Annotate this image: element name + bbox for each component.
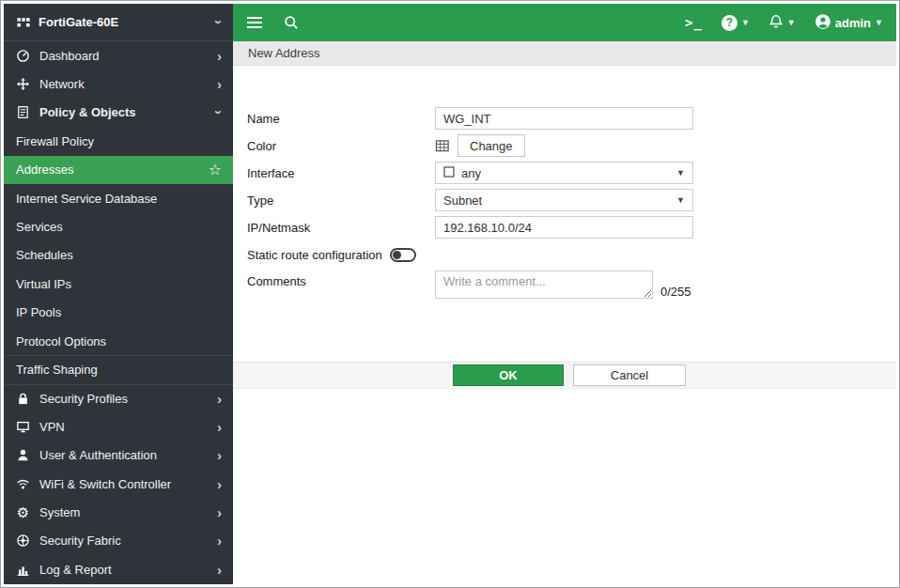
device-selector[interactable]: FortiGate-60E › — [4, 4, 233, 41]
menu-hamburger-icon[interactable] — [246, 16, 263, 29]
ip-netmask-label: IP/Netmask — [247, 221, 435, 235]
sidebar-item-label: System — [39, 505, 80, 519]
color-label: Color — [247, 139, 435, 153]
gauge-icon — [15, 49, 31, 63]
chevron-down-icon: ▼ — [741, 19, 750, 27]
interface-any-icon — [443, 166, 455, 180]
chevron-right-icon: › — [217, 477, 222, 491]
main-content: New Address Name Color Change Interface — [233, 41, 896, 584]
sidebar-item-log-report[interactable]: Log & Report › — [4, 555, 233, 583]
sidebar-item-addresses[interactable]: Addresses ☆ — [4, 156, 233, 184]
new-address-form: Name Color Change Interface — [233, 66, 896, 303]
sidebar-item-services[interactable]: Services — [4, 212, 233, 240]
sidebar-item-system[interactable]: ⚙ System › — [4, 498, 233, 526]
user-icon — [15, 448, 31, 462]
help-menu[interactable]: ? ▼ — [722, 15, 750, 31]
chevron-down-icon: › — [212, 20, 226, 24]
type-row: Type Subnet ▼ — [247, 189, 896, 211]
wifi-icon — [15, 477, 31, 491]
sidebar-item-traffic-shaping[interactable]: Traffic Shaping — [4, 355, 233, 383]
interface-select[interactable]: any ▼ — [435, 162, 693, 184]
monitor-icon — [15, 420, 31, 434]
device-name: FortiGate-60E — [39, 15, 118, 29]
chevron-right-icon: › — [217, 77, 222, 91]
cancel-button[interactable]: Cancel — [573, 364, 686, 386]
admin-avatar-icon — [815, 13, 831, 33]
right-column: >_ ? ▼ ▼ admin ▼ — [233, 4, 896, 584]
topbar: >_ ? ▼ ▼ admin ▼ — [233, 4, 896, 41]
chevron-down-icon: ▼ — [787, 19, 796, 27]
toggle-knob — [393, 251, 401, 259]
sidebar-item-label: Protocol Options — [16, 334, 106, 348]
chevron-down-icon: › — [212, 110, 226, 115]
sidebar-item-label: Security Fabric — [39, 534, 121, 548]
ip-netmask-input[interactable] — [435, 216, 693, 239]
notifications-menu[interactable]: ▼ — [768, 14, 796, 32]
sidebar-item-internet-service-database[interactable]: Internet Service Database — [4, 184, 233, 212]
cli-console-icon[interactable]: >_ — [685, 15, 703, 30]
sidebar-item-label: Addresses — [16, 162, 73, 177]
type-label: Type — [247, 193, 435, 208]
chevron-right-icon: › — [217, 392, 222, 406]
sidebar-item-protocol-options[interactable]: Protocol Options — [4, 327, 233, 355]
sidebar-item-label: User & Authentication — [39, 448, 157, 462]
sidebar-item-virtual-ips[interactable]: Virtual IPs — [4, 270, 233, 298]
type-value: Subnet — [443, 193, 482, 208]
sidebar-submenu-policy-objects: Firewall Policy Addresses ☆ Internet Ser… — [4, 127, 233, 384]
name-input[interactable] — [435, 107, 693, 130]
sidebar-item-firewall-policy[interactable]: Firewall Policy — [4, 127, 233, 155]
color-row: Color Change — [247, 134, 896, 157]
static-route-toggle[interactable] — [390, 248, 416, 262]
chevron-right-icon: › — [217, 49, 222, 63]
sidebar-item-label: Firewall Policy — [16, 134, 94, 148]
static-route-label: Static route configuration — [247, 248, 382, 262]
chevron-right-icon: › — [217, 563, 222, 577]
topbar-right-group: >_ ? ▼ ▼ admin ▼ — [685, 13, 883, 33]
color-change-button[interactable]: Change — [458, 134, 525, 157]
comments-row: Comments 0/255 — [247, 271, 896, 299]
sidebar-item-label: Policy & Objects — [39, 105, 136, 119]
fortigate-logo-icon — [15, 16, 31, 29]
comments-label: Comments — [247, 271, 435, 293]
sidebar-item-schedules[interactable]: Schedules — [4, 241, 233, 270]
sidebar-item-network[interactable]: Network › — [4, 70, 233, 98]
sidebar-item-ip-pools[interactable]: IP Pools — [4, 299, 233, 327]
sidebar-item-security-profiles[interactable]: Security Profiles › — [4, 384, 233, 412]
sidebar-item-label: Internet Service Database — [16, 192, 157, 206]
static-route-row: Static route configuration — [247, 243, 896, 266]
sidebar-item-user-authentication[interactable]: User & Authentication › — [4, 441, 233, 469]
sidebar-item-dashboard[interactable]: Dashboard › — [4, 41, 233, 70]
sidebar-item-label: Traffic Shaping — [16, 363, 98, 377]
bell-icon — [768, 14, 784, 32]
sidebar-item-vpn[interactable]: VPN › — [4, 412, 233, 441]
bar-chart-icon — [15, 563, 31, 577]
sidebar-item-label: Schedules — [16, 248, 73, 262]
policy-document-icon — [15, 105, 31, 119]
interface-value: any — [461, 166, 481, 180]
name-row: Name — [247, 107, 896, 130]
type-select[interactable]: Subnet ▼ — [435, 189, 693, 211]
sidebar-item-security-fabric[interactable]: Security Fabric › — [4, 527, 233, 555]
gear-icon: ⚙ — [15, 505, 31, 519]
comments-counter: 0/255 — [660, 285, 691, 299]
sidebar-item-policy-objects[interactable]: Policy & Objects › — [4, 99, 233, 127]
star-icon[interactable]: ☆ — [209, 162, 222, 178]
sidebar-item-label: Log & Report — [39, 563, 112, 577]
search-icon[interactable] — [284, 15, 299, 30]
ok-button[interactable]: OK — [453, 364, 564, 386]
chevron-down-icon: ▼ — [676, 195, 685, 205]
name-label: Name — [247, 112, 435, 126]
breadcrumb: New Address — [233, 41, 896, 66]
sidebar: FortiGate-60E › Dashboard › Network › Po… — [4, 4, 233, 584]
network-icon — [15, 77, 31, 91]
chevron-right-icon: › — [217, 448, 222, 462]
app-window: FortiGate-60E › Dashboard › Network › Po… — [0, 0, 900, 588]
admin-menu[interactable]: admin ▼ — [815, 13, 883, 33]
sidebar-item-wifi-switch-controller[interactable]: WiFi & Switch Controller › — [4, 470, 233, 498]
sidebar-item-label: Services — [16, 220, 63, 234]
comments-textarea[interactable] — [435, 271, 653, 299]
form-footer: OK Cancel — [233, 362, 896, 389]
lock-icon — [15, 392, 31, 406]
ip-netmask-row: IP/Netmask — [247, 216, 896, 239]
sidebar-item-label: VPN — [39, 420, 65, 434]
